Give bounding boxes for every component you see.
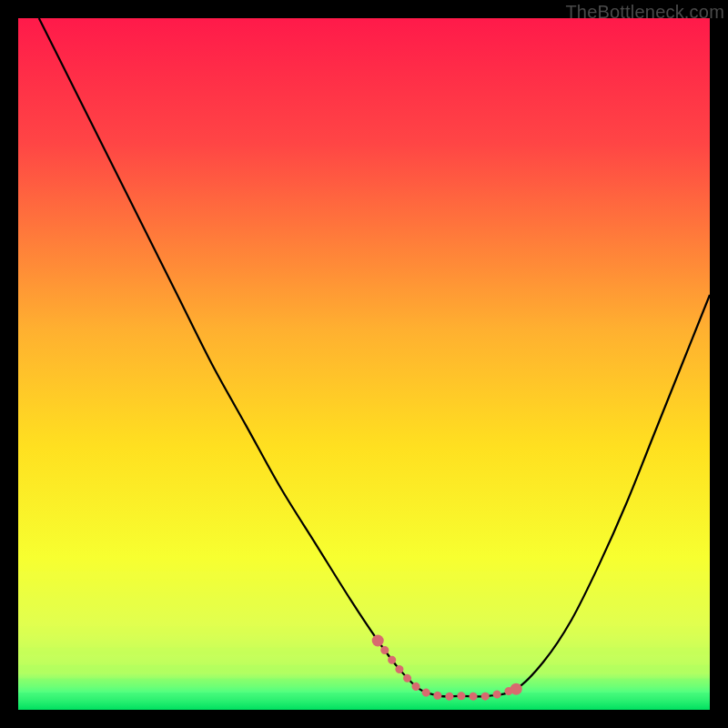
svg-rect-6 [18,693,710,700]
bottleneck-plot [18,18,710,710]
chart-frame [18,18,710,710]
svg-rect-0 [18,571,710,579]
svg-rect-4 [18,665,710,672]
svg-rect-2 [18,627,710,634]
svg-rect-3 [18,648,710,655]
watermark-text: TheBottleneck.com [565,2,724,23]
svg-rect-5 [18,679,710,686]
svg-point-7 [372,635,384,647]
svg-rect-1 [18,599,710,606]
svg-point-8 [511,683,522,695]
